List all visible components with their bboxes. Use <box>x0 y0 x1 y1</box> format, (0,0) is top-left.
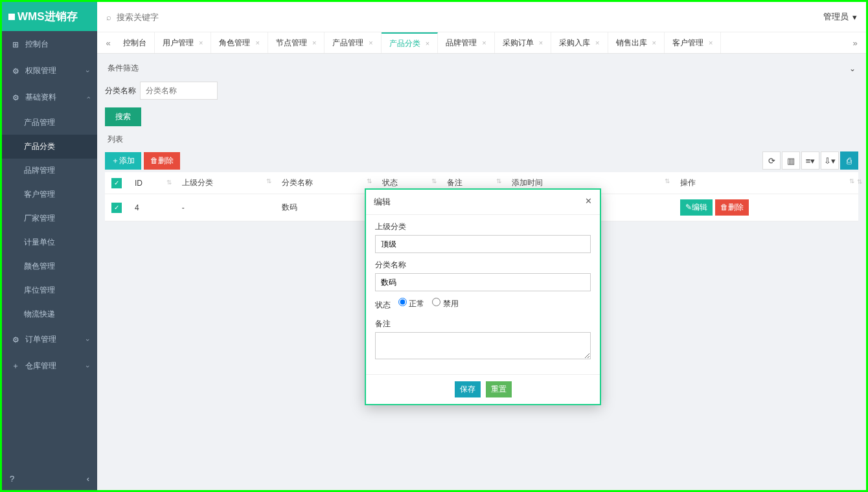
modal-title: 编辑 <box>374 196 391 208</box>
save-button[interactable]: 保存 <box>455 381 481 397</box>
edit-modal: 编辑 ✕ 上级分类 分类名称 状态 正常 禁用 备注 保存 重置 <box>365 188 601 405</box>
reset-button[interactable]: 重置 <box>486 381 512 397</box>
status-label: 状态 <box>375 300 391 311</box>
name-input[interactable] <box>375 273 591 291</box>
status-disabled-option[interactable]: 禁用 <box>432 298 458 309</box>
name-label: 分类名称 <box>375 260 591 271</box>
parent-label: 上级分类 <box>375 221 591 232</box>
remark-textarea[interactable] <box>375 332 591 359</box>
status-normal-option[interactable]: 正常 <box>398 298 424 309</box>
close-icon[interactable]: ✕ <box>585 196 592 208</box>
remark-label: 备注 <box>375 319 591 330</box>
parent-input[interactable] <box>375 235 591 253</box>
